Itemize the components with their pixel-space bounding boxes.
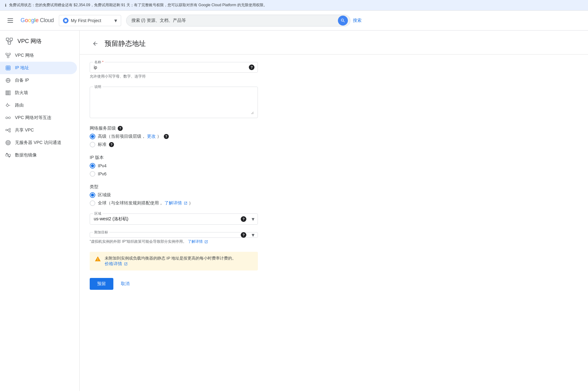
premium-radio-item[interactable]: 高级（当前项目级层级， 更改 ） ? [90, 134, 257, 139]
type-label: 类型 [90, 184, 257, 190]
logo: Google Cloud [21, 17, 54, 24]
regional-radio[interactable] [90, 192, 95, 198]
svg-rect-1 [7, 20, 13, 21]
svg-rect-26 [6, 91, 7, 95]
ip-address-icon [5, 65, 11, 71]
sidebar-item-serverless-vpc[interactable]: 无服务器 VPC 访问通道 [0, 136, 77, 149]
submit-button[interactable]: 预留 [90, 278, 113, 290]
name-hint: 允许使用小写字母、数字、连字符 [90, 74, 257, 79]
svg-rect-11 [9, 53, 10, 55]
region-select[interactable]: 区域 us-west2 (洛杉矶) ? ▾ [90, 213, 258, 225]
ipv4-radio-item[interactable]: IPv4 [90, 163, 257, 169]
back-button[interactable] [90, 38, 101, 49]
standard-radio-item[interactable]: 标准 ? [90, 142, 257, 147]
regional-radio-item[interactable]: 区域级 [90, 192, 257, 198]
global-learn-more-link[interactable]: 了解详情 [164, 200, 182, 205]
main-content: 预留静态地址 名称 * ? 允许使用小写字母、数字、连字符 [80, 31, 588, 391]
sidebar-item-label: 无服务器 VPC 访问通道 [15, 140, 61, 146]
svg-rect-12 [7, 56, 9, 58]
ipv4-radio[interactable] [90, 163, 95, 169]
ip-version-label: IP 版本 [90, 155, 257, 160]
attach-help-icon[interactable]: ? [241, 232, 246, 238]
packet-mirroring-icon [5, 152, 11, 158]
svg-rect-44 [8, 154, 11, 156]
svg-rect-36 [9, 128, 11, 130]
project-dot [63, 18, 69, 23]
standard-help-icon[interactable]: ? [109, 142, 114, 147]
cancel-button[interactable]: 取消 [117, 278, 133, 290]
ipv6-radio-item[interactable]: IPv6 [90, 171, 257, 177]
name-input[interactable] [94, 65, 254, 70]
svg-rect-0 [7, 18, 13, 19]
premium-radio[interactable] [90, 134, 95, 139]
type-group: 类型 区域级 全球（与全球转发规则搭配使用， 了解详情 ） [90, 184, 257, 206]
ipv6-radio[interactable] [90, 171, 95, 177]
svg-rect-10 [6, 53, 7, 55]
description-field[interactable]: 说明 [90, 87, 258, 118]
sidebar-item-firewall[interactable]: 防火墙 [0, 87, 77, 99]
network-tier-label: 网络服务层级 ? [90, 126, 257, 131]
premium-change-link[interactable]: 更改 [147, 134, 156, 139]
search-input[interactable] [126, 15, 350, 26]
form-container: 名称 * ? 允许使用小写字母、数字、连字符 说明 [80, 55, 267, 297]
sidebar-item-routes[interactable]: 路由 [0, 99, 77, 112]
region-label: 区域 [93, 211, 102, 216]
page-title: 预留静态地址 [105, 39, 146, 48]
premium-help-icon[interactable]: ? [164, 134, 169, 139]
menu-button[interactable] [5, 16, 16, 25]
svg-rect-29 [9, 91, 11, 95]
vpc-title-icon [5, 37, 14, 45]
sidebar-item-shared-vpc[interactable]: 共享 VPC [0, 124, 77, 136]
svg-line-38 [7, 129, 9, 130]
svg-point-41 [7, 141, 10, 145]
network-tier-help-icon[interactable]: ? [118, 126, 123, 131]
regional-label: 区域级 [98, 192, 111, 198]
sidebar-item-label: 防火墙 [15, 90, 28, 96]
svg-rect-43 [6, 154, 8, 156]
banner-text: 免费试用状态：您的免费试用赠金还有 $2,354.09，免费试用期还剩 91 天… [9, 2, 267, 8]
sidebar-title: VPC 网络 [0, 33, 79, 49]
svg-point-32 [6, 117, 8, 119]
ip-version-radio-group: IPv4 IPv6 [90, 163, 257, 177]
region-chevron-icon: ▾ [252, 216, 254, 222]
svg-rect-3 [6, 38, 9, 41]
vpc-peering-icon [5, 115, 11, 121]
svg-rect-18 [6, 66, 10, 70]
shared-vpc-icon [5, 127, 11, 133]
name-field[interactable]: 名称 * ? [90, 62, 258, 73]
attach-label: 附加目标 [93, 230, 109, 235]
warning-link[interactable]: 价格详情 [105, 261, 128, 266]
attach-select[interactable]: 附加目标 ? ▾ [90, 232, 258, 238]
policy-learn-more-link[interactable]: 了解详情 [188, 239, 208, 244]
sidebar-item-label: IP 地址 [15, 65, 29, 71]
project-name: My First Project [71, 18, 112, 23]
search-button[interactable] [338, 16, 348, 26]
name-label: 名称 * [93, 60, 105, 65]
sidebar-item-vpc-network[interactable]: VPC 网络 [0, 49, 77, 62]
project-selector[interactable]: My First Project ▾ [59, 15, 121, 26]
svg-rect-28 [8, 91, 9, 95]
sidebar-item-label: 路由 [15, 103, 24, 108]
top-banner: ℹ 免费试用状态：您的免费试用赠金还有 $2,354.09，免费试用期还剩 91… [0, 0, 588, 11]
network-tier-group: 网络服务层级 ? 高级（当前项目级层级， 更改 ） ? [90, 126, 257, 147]
sidebar-item-byoip[interactable]: 自备 IP [0, 74, 77, 87]
global-radio[interactable] [90, 200, 95, 206]
name-help-icon[interactable]: ? [249, 65, 254, 70]
standard-radio[interactable] [90, 142, 95, 147]
attach-chevron-icon: ▾ [252, 232, 254, 238]
page-header: 预留静态地址 [80, 31, 588, 55]
global-radio-item[interactable]: 全球（与全球转发规则搭配使用， 了解详情 ） [90, 200, 257, 206]
sidebar-title-text: VPC 网络 [17, 37, 42, 45]
search-container [126, 15, 350, 26]
region-value: us-west2 (洛杉矶) [94, 216, 128, 221]
region-help-icon[interactable]: ? [241, 216, 246, 222]
sidebar-item-packet-mirroring[interactable]: 数据包镜像 [0, 149, 77, 161]
sidebar-item-vpc-peering[interactable]: VPC 网络对等互连 [0, 112, 77, 124]
header: Google Cloud My First Project ▾ 搜索 [0, 11, 588, 31]
warning-content: 未附加到实例或负载均衡器的静态 IP 地址是按更高的每小时费率计费的。 价格详情 [105, 256, 236, 267]
sidebar-item-label: 共享 VPC [15, 127, 34, 133]
global-label: 全球（与全球转发规则搭配使用， 了解详情 ） [98, 200, 193, 206]
sidebar-item-ip-address[interactable]: IP 地址 [0, 62, 77, 74]
description-input[interactable] [94, 89, 254, 114]
routes-icon [5, 102, 11, 108]
